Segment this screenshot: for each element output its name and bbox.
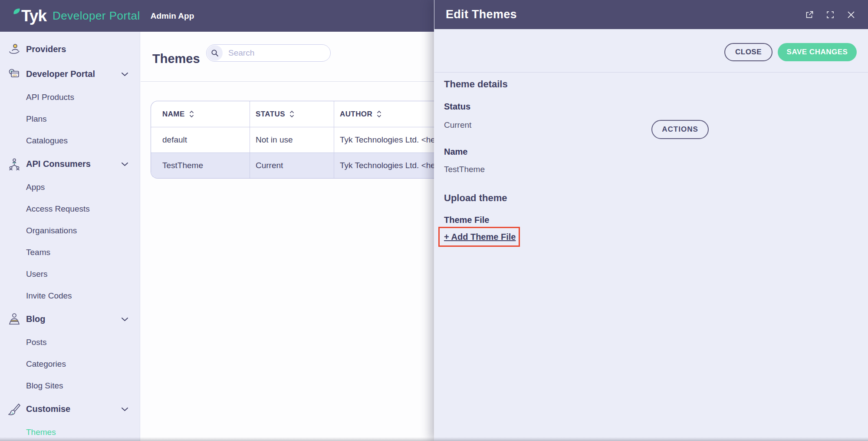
sidebar-item-label: Catalogues bbox=[26, 136, 68, 146]
sidebar-item-label: API Products bbox=[26, 93, 74, 102]
external-link-icon bbox=[805, 10, 814, 19]
sort-icon[interactable] bbox=[189, 110, 194, 118]
app-screen: Tyk Developer Portal Admin App Providers… bbox=[0, 0, 868, 441]
column-header-status[interactable]: STATUS bbox=[250, 101, 334, 127]
sidebar-nav: Providers </> Developer Portal API Produ… bbox=[0, 32, 140, 441]
sidebar-item-themes[interactable]: Themes bbox=[0, 421, 140, 441]
close-panel-button[interactable] bbox=[846, 10, 856, 20]
theme-file-label: Theme File bbox=[444, 215, 489, 225]
sidebar-item-invite-codes[interactable]: Invite Codes bbox=[0, 285, 140, 307]
sidebar-item-developer-portal[interactable]: </> Developer Portal bbox=[0, 62, 140, 86]
actions-button[interactable]: ACTIONS bbox=[651, 120, 709, 139]
chevron-down-icon[interactable] bbox=[121, 72, 128, 76]
search-icon-circle bbox=[207, 45, 223, 61]
open-in-new-tab-button[interactable] bbox=[805, 10, 814, 20]
sidebar-item-categories[interactable]: Categories bbox=[0, 353, 140, 375]
panel-header: Edit Themes bbox=[434, 0, 868, 29]
sidebar-item-providers[interactable]: Providers bbox=[0, 37, 140, 62]
theme-details-heading: Theme details bbox=[444, 79, 508, 90]
edit-themes-panel: Edit Themes bbox=[434, 0, 868, 441]
sidebar-item-label: Categories bbox=[26, 359, 66, 369]
providers-icon bbox=[7, 43, 21, 56]
save-changes-button[interactable]: SAVE CHANGES bbox=[778, 43, 857, 61]
app-name-label: Admin App bbox=[151, 11, 194, 21]
sidebar-item-posts[interactable]: Posts bbox=[0, 332, 140, 353]
sidebar-item-label: Access Requests bbox=[26, 204, 90, 214]
cell-status: Current bbox=[250, 153, 334, 178]
api-consumers-icon bbox=[7, 157, 21, 171]
sidebar-item-customise[interactable]: Customise bbox=[0, 397, 140, 421]
cell-name: TestTheme bbox=[151, 153, 250, 178]
sidebar-item-label: Customise bbox=[26, 404, 70, 414]
panel-title: Edit Themes bbox=[446, 8, 517, 21]
logo-subtitle: Developer Portal bbox=[53, 9, 140, 23]
annotation-highlight-box: + Add Theme File bbox=[438, 227, 520, 247]
sidebar-item-label: Invite Codes bbox=[26, 291, 72, 301]
blog-icon bbox=[7, 312, 21, 326]
panel-divider bbox=[434, 72, 868, 73]
fullscreen-icon bbox=[826, 11, 834, 19]
logo-text: Tyk bbox=[21, 7, 46, 25]
sidebar-item-plans[interactable]: Plans bbox=[0, 108, 140, 130]
expand-panel-button[interactable] bbox=[825, 10, 835, 20]
close-button[interactable]: CLOSE bbox=[724, 43, 773, 61]
sidebar-item-label: Organisations bbox=[26, 226, 77, 235]
status-value: Current bbox=[444, 120, 471, 130]
sidebar-item-api-consumers[interactable]: API Consumers bbox=[0, 152, 140, 176]
add-theme-file-link[interactable]: + Add Theme File bbox=[444, 232, 516, 242]
status-label: Status bbox=[444, 102, 470, 112]
sidebar-item-label: Providers bbox=[26, 44, 66, 54]
name-value: TestTheme bbox=[444, 165, 485, 174]
chevron-down-icon[interactable] bbox=[121, 317, 128, 322]
sidebar-item-label: Blog Sites bbox=[26, 381, 63, 391]
sidebar-item-blog[interactable]: Blog bbox=[0, 307, 140, 332]
sidebar-item-organisations[interactable]: Organisations bbox=[0, 220, 140, 242]
developer-portal-icon: </> bbox=[7, 67, 21, 81]
customise-icon bbox=[7, 402, 21, 416]
chevron-down-icon[interactable] bbox=[121, 407, 128, 411]
sidebar-item-label: Users bbox=[26, 269, 48, 279]
sidebar-item-label: API Consumers bbox=[26, 159, 91, 169]
cell-name: default bbox=[151, 127, 250, 153]
tyk-logo: Tyk Developer Portal bbox=[13, 7, 140, 25]
sidebar-item-blog-sites[interactable]: Blog Sites bbox=[0, 375, 140, 397]
sidebar-item-label: Plans bbox=[26, 114, 47, 124]
chevron-down-icon[interactable] bbox=[121, 162, 128, 166]
sidebar-item-label: Developer Portal bbox=[26, 69, 95, 79]
search-box[interactable] bbox=[206, 44, 331, 62]
search-icon bbox=[211, 49, 219, 57]
sidebar-item-teams[interactable]: Teams bbox=[0, 242, 140, 263]
name-label: Name bbox=[444, 147, 467, 157]
page-title: Themes bbox=[152, 52, 200, 66]
close-icon bbox=[847, 11, 855, 19]
sort-icon[interactable] bbox=[289, 110, 294, 118]
cell-status: Not in use bbox=[250, 127, 334, 153]
sidebar-item-catalogues[interactable]: Catalogues bbox=[0, 130, 140, 152]
sidebar-item-access-requests[interactable]: Access Requests bbox=[0, 198, 140, 220]
sidebar-item-label: Apps bbox=[26, 182, 45, 192]
sidebar-item-label: Posts bbox=[26, 338, 47, 347]
sidebar-item-label: Blog bbox=[26, 314, 45, 324]
column-header-name[interactable]: NAME bbox=[151, 101, 250, 127]
sort-icon[interactable] bbox=[377, 110, 381, 118]
sidebar-item-label: Teams bbox=[26, 248, 50, 257]
upload-theme-heading: Upload theme bbox=[444, 192, 507, 204]
sidebar-item-label: Themes bbox=[26, 428, 56, 437]
tyk-leaf-icon bbox=[13, 8, 20, 15]
sidebar-item-api-products[interactable]: API Products bbox=[0, 86, 140, 108]
sidebar-item-apps[interactable]: Apps bbox=[0, 176, 140, 198]
search-input[interactable] bbox=[223, 48, 319, 58]
sidebar-item-users[interactable]: Users bbox=[0, 263, 140, 285]
panel-header-icons bbox=[805, 0, 856, 29]
svg-text:</>: </> bbox=[13, 73, 17, 76]
